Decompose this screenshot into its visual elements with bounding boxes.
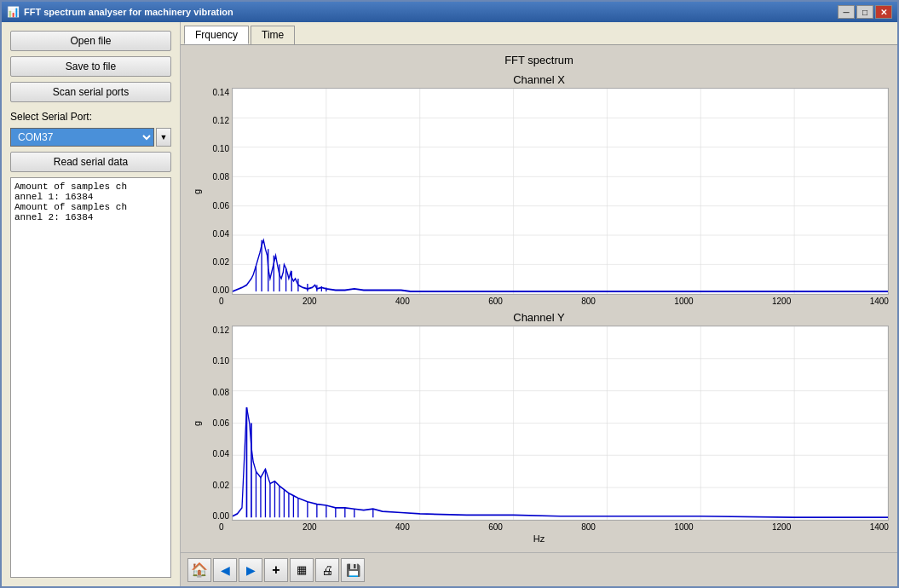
channel-x-x-axis: 0 200 400 600 800 1000 1200 1400 <box>189 297 889 306</box>
channel-y-plot <box>232 326 889 521</box>
serial-port-wrapper: COM37 ▼ <box>10 128 171 147</box>
window-controls: ─ □ ✕ <box>838 5 892 19</box>
back-button[interactable]: ◀ <box>213 558 237 582</box>
dropdown-arrow-icon[interactable]: ▼ <box>156 128 171 147</box>
minimize-btn[interactable]: ─ <box>838 5 855 19</box>
read-serial-data-button[interactable]: Read serial data <box>10 152 171 172</box>
app-icon: 📊 <box>7 6 20 18</box>
channel-x-chart: Channel X g 0.14 0.12 0.10 0.08 0.06 0.0… <box>189 73 889 306</box>
channel-y-y-axis: 0.12 0.10 0.08 0.06 0.04 0.02 0.00 <box>205 326 232 521</box>
maximize-btn[interactable]: □ <box>856 5 873 19</box>
right-panel: Frquency Time FFT spectrum Channel X g 0… <box>181 22 897 586</box>
select-port-label: Select Serial Port: <box>10 111 171 123</box>
channel-y-chart: Channel Y g 0.12 0.10 0.08 0.06 0.04 0.0… <box>189 311 889 544</box>
tab-time[interactable]: Time <box>251 26 295 44</box>
channel-y-svg <box>232 326 889 521</box>
main-window: 📊 FFT spectrum analyser for machinery vi… <box>0 0 899 588</box>
save-chart-button[interactable]: 💾 <box>341 558 365 582</box>
open-file-button[interactable]: Open file <box>10 31 171 51</box>
channel-y-x-axis: 0 200 400 600 800 1000 1200 1400 <box>189 522 889 532</box>
select-button[interactable]: ▦ <box>290 558 314 582</box>
serial-port-select[interactable]: COM37 <box>10 128 154 147</box>
channel-x-y-axis: 0.14 0.12 0.10 0.08 0.06 0.04 0.02 0.00 <box>205 88 232 295</box>
tab-frequency[interactable]: Frquency <box>184 26 249 44</box>
save-to-file-button[interactable]: Save to file <box>10 56 171 77</box>
channel-y-y-label: g <box>192 420 202 425</box>
scan-ports-button[interactable]: Scan serial ports <box>10 82 171 102</box>
fft-main-title: FFT spectrum <box>189 54 889 66</box>
print-button[interactable]: 🖨 <box>315 558 339 582</box>
channel-x-title: Channel X <box>189 73 889 86</box>
channel-x-plot <box>232 88 889 295</box>
bottom-toolbar: 🏠 ◀ ▶ + ▦ 🖨 💾 <box>181 552 897 586</box>
home-button[interactable]: 🏠 <box>187 558 211 582</box>
window-title: FFT spectrum analyser for machinery vibr… <box>24 7 233 17</box>
zoom-in-button[interactable]: + <box>264 558 288 582</box>
channel-y-title: Channel Y <box>189 311 889 324</box>
tab-bar: Frquency Time <box>181 22 897 45</box>
title-bar: 📊 FFT spectrum analyser for machinery vi… <box>2 2 897 22</box>
chart-area: FFT spectrum Channel X g 0.14 0.12 0.10 … <box>181 45 897 552</box>
main-content: Open file Save to file Scan serial ports… <box>2 22 897 586</box>
channel-x-svg <box>232 88 889 295</box>
channel-x-y-label: g <box>192 188 202 193</box>
close-btn[interactable]: ✕ <box>875 5 892 19</box>
forward-button[interactable]: ▶ <box>239 558 262 582</box>
x-axis-label: Hz <box>189 533 889 544</box>
log-area: Amount of samples ch annel 1: 16384 Amou… <box>10 177 171 578</box>
left-panel: Open file Save to file Scan serial ports… <box>2 22 181 586</box>
